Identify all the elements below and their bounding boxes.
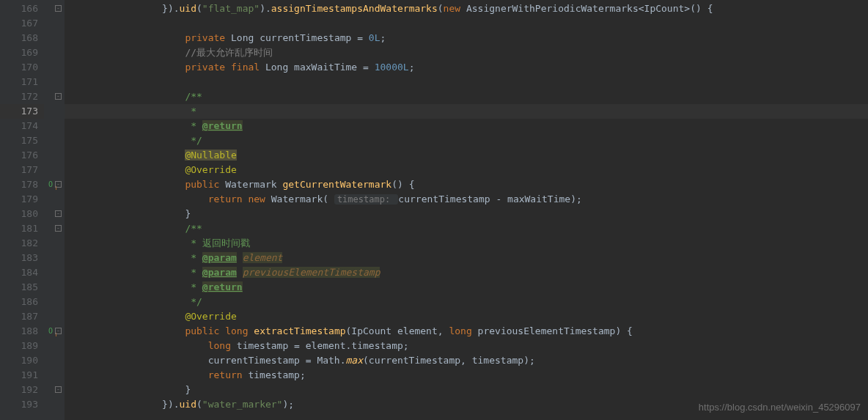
gutter-annotation — [44, 309, 65, 324]
gutter-annotation — [44, 60, 65, 75]
code-line[interactable]: * — [65, 104, 868, 119]
line-number: 179 — [0, 192, 44, 207]
gutter-annotation: O↑- — [44, 324, 65, 339]
gutter-annotation — [44, 31, 65, 45]
fold-icon[interactable]: - — [55, 181, 62, 188]
line-number: 178 — [0, 177, 44, 192]
fold-icon[interactable]: - — [55, 386, 62, 393]
gutter-annotation — [44, 295, 65, 309]
gutter-annotation — [44, 265, 65, 280]
code-line[interactable]: @Nullable — [65, 148, 868, 163]
line-number: 193 — [0, 397, 44, 412]
line-number: 181 — [0, 221, 44, 236]
code-line[interactable]: }).uid("flat_map").assignTimestampsAndWa… — [65, 1, 868, 16]
code-line[interactable]: * @param element — [65, 251, 868, 265]
gutter-annotation — [44, 192, 65, 207]
code-line[interactable]: */ — [65, 295, 868, 309]
line-number: 166 — [0, 1, 44, 16]
line-number: 185 — [0, 280, 44, 295]
code-line[interactable]: currentTimestamp = Math.max(currentTimes… — [65, 353, 868, 368]
fold-icon[interactable]: - — [55, 93, 62, 100]
gutter-annotation: - — [44, 383, 65, 397]
line-number: 177 — [0, 163, 44, 177]
code-line[interactable]: return timestamp; — [65, 368, 868, 383]
gutter-annotation: O↑- — [44, 177, 65, 192]
line-number: 188 — [0, 324, 44, 339]
gutter-annotation — [44, 148, 65, 163]
gutter-annotations: --O↑---O↑-- — [44, 0, 65, 420]
code-line[interactable]: long timestamp = element.timestamp; — [65, 339, 868, 353]
gutter-annotation — [44, 163, 65, 177]
fold-icon[interactable]: - — [55, 225, 62, 232]
line-number: 170 — [0, 60, 44, 75]
line-number: 171 — [0, 75, 44, 89]
code-line[interactable]: //最大允许乱序时间 — [65, 45, 868, 60]
line-number: 183 — [0, 251, 44, 265]
gutter-annotation — [44, 251, 65, 265]
code-line[interactable]: * @return — [65, 280, 868, 295]
line-number: 191 — [0, 368, 44, 383]
gutter-annotation: - — [44, 207, 65, 221]
code-line[interactable] — [65, 75, 868, 89]
line-number: 173 — [0, 104, 44, 119]
fold-icon[interactable]: - — [55, 328, 62, 334]
line-number: 192 — [0, 383, 44, 397]
watermark-text: https://blog.csdn.net/weixin_45296097 — [699, 402, 861, 413]
code-line[interactable]: private Long currentTimestamp = 0L; — [65, 31, 868, 45]
gutter-annotation — [44, 280, 65, 295]
gutter-annotation — [44, 104, 65, 119]
gutter-annotation: - — [44, 89, 65, 104]
gutter-annotation — [44, 339, 65, 353]
line-number: 169 — [0, 45, 44, 60]
code-line[interactable]: @Override — [65, 309, 868, 324]
line-number: 180 — [0, 207, 44, 221]
line-number: 187 — [0, 309, 44, 324]
gutter-annotation — [44, 397, 65, 412]
gutter-annotation: - — [44, 221, 65, 236]
line-number: 190 — [0, 353, 44, 368]
code-line[interactable]: /** — [65, 221, 868, 236]
code-editor: 1661671681691701711721731741751761771781… — [0, 0, 868, 420]
code-line[interactable] — [65, 16, 868, 31]
line-number: 184 — [0, 265, 44, 280]
code-line[interactable]: * 返回时间戳 — [65, 236, 868, 251]
code-line[interactable]: * @param previousElementTimestamp — [65, 265, 868, 280]
line-number: 174 — [0, 119, 44, 133]
fold-icon[interactable]: - — [55, 5, 62, 12]
line-number: 186 — [0, 295, 44, 309]
gutter-annotation — [44, 45, 65, 60]
gutter-annotation — [44, 368, 65, 383]
code-line[interactable]: /** — [65, 89, 868, 104]
line-number: 189 — [0, 339, 44, 353]
code-area[interactable]: }).uid("flat_map").assignTimestampsAndWa… — [65, 0, 868, 420]
code-line[interactable]: public long extractTimestamp(IpCount ele… — [65, 324, 868, 339]
line-number: 172 — [0, 89, 44, 104]
gutter-annotation: - — [44, 1, 65, 16]
gutter-annotation — [44, 75, 65, 89]
code-line[interactable]: */ — [65, 133, 868, 148]
line-number: 182 — [0, 236, 44, 251]
gutter-annotation — [44, 119, 65, 133]
code-line[interactable]: } — [65, 207, 868, 221]
gutter-annotation — [44, 16, 65, 31]
code-line[interactable]: public Watermark getCurrentWatermark() { — [65, 177, 868, 192]
line-number: 168 — [0, 31, 44, 45]
line-number: 176 — [0, 148, 44, 163]
code-line[interactable]: @Override — [65, 163, 868, 177]
code-line[interactable]: } — [65, 383, 868, 397]
line-number: 167 — [0, 16, 44, 31]
gutter-annotation — [44, 133, 65, 148]
fold-icon[interactable]: - — [55, 210, 62, 217]
code-line[interactable]: private final Long maxWaitTime = 10000L; — [65, 60, 868, 75]
gutter-annotation — [44, 353, 65, 368]
line-number: 175 — [0, 133, 44, 148]
code-line[interactable]: return new Watermark( timestamp: current… — [65, 192, 868, 207]
gutter-annotation — [44, 236, 65, 251]
code-line[interactable]: * @return — [65, 119, 868, 133]
line-number-gutter: 1661671681691701711721731741751761771781… — [0, 0, 44, 420]
